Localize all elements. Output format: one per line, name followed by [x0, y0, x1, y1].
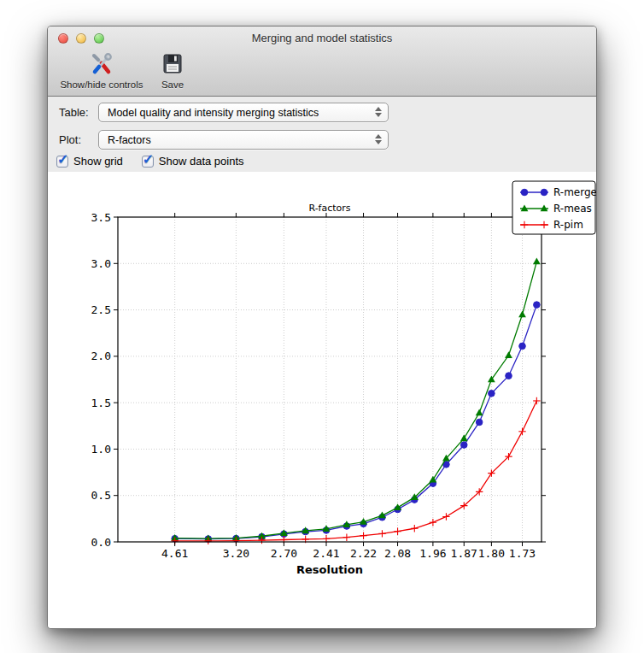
- checkbox-label: Show grid: [73, 155, 123, 168]
- tools-icon: [90, 50, 114, 78]
- plot-label: Plot:: [59, 133, 98, 146]
- table-dropdown[interactable]: Model quality and intensity merging stat…: [98, 103, 389, 122]
- svg-text:2.5: 2.5: [91, 303, 111, 316]
- controls-panel: Table: Model quality and intensity mergi…: [48, 97, 596, 172]
- show-grid-checkbox[interactable]: ✓ Show grid: [56, 155, 123, 168]
- series-r-merge: [172, 302, 540, 543]
- table-label: Table:: [59, 106, 98, 119]
- svg-text:1.0: 1.0: [91, 443, 111, 456]
- svg-text:3.5: 3.5: [91, 211, 111, 224]
- dropdown-stepper-icon: [375, 134, 382, 144]
- window-chrome: Merging and model statistics Show/hide c…: [48, 26, 596, 97]
- svg-text:2.08: 2.08: [384, 547, 411, 560]
- legend-label: R-merge: [553, 186, 597, 198]
- svg-text:1.73: 1.73: [509, 547, 536, 560]
- checkmark-icon: ✓: [57, 151, 68, 168]
- svg-text:2.22: 2.22: [350, 547, 377, 560]
- svg-text:1.80: 1.80: [478, 547, 505, 560]
- legend: R-mergeR-measR-pim: [512, 181, 597, 234]
- svg-text:1.96: 1.96: [419, 547, 446, 560]
- show-data-points-checkbox[interactable]: ✓ Show data points: [142, 155, 244, 168]
- dropdown-stepper-icon: [375, 107, 382, 117]
- svg-text:3.20: 3.20: [223, 547, 249, 560]
- app-window: Merging and model statistics Show/hide c…: [47, 26, 597, 629]
- save-icon: [161, 50, 184, 78]
- toolbar-button-label: Save: [161, 79, 184, 90]
- legend-label: R-meas: [553, 203, 592, 215]
- svg-text:2.41: 2.41: [313, 547, 339, 560]
- checkbox-label: Show data points: [159, 155, 244, 168]
- checkbox-box[interactable]: ✓: [142, 156, 154, 168]
- titlebar[interactable]: Merging and model statistics: [48, 26, 596, 49]
- r-factors-chart: 0.00.51.01.52.02.53.03.54.613.202.702.41…: [48, 172, 597, 629]
- table-dropdown-value: Model quality and intensity merging stat…: [108, 107, 319, 119]
- toolbar-button-label: Show/hide controls: [60, 79, 143, 90]
- plot-dropdown[interactable]: R-factors: [98, 130, 389, 150]
- svg-text:3.0: 3.0: [91, 257, 111, 270]
- checkbox-box[interactable]: ✓: [56, 156, 68, 168]
- save-button[interactable]: Save: [152, 50, 193, 90]
- plot-dropdown-value: R-factors: [108, 134, 151, 146]
- checkmark-icon: ✓: [143, 151, 154, 168]
- legend-label: R-pim: [553, 219, 583, 231]
- svg-text:4.61: 4.61: [161, 547, 188, 560]
- axes: [114, 213, 546, 546]
- svg-text:0.5: 0.5: [91, 489, 111, 502]
- svg-text:2.0: 2.0: [91, 350, 111, 362]
- show-hide-controls-button[interactable]: Show/hide controls: [55, 50, 149, 90]
- window-title: Merging and model statistics: [48, 32, 596, 44]
- series-r-meas: [171, 258, 540, 542]
- plot-canvas: 0.00.51.01.52.02.53.03.54.613.202.702.41…: [48, 172, 597, 629]
- toolbar: Show/hide controls Save: [48, 49, 596, 97]
- svg-text:Resolution: Resolution: [296, 563, 363, 576]
- svg-text:0.0: 0.0: [91, 536, 111, 549]
- svg-text:R-factors: R-factors: [308, 203, 350, 214]
- svg-text:1.5: 1.5: [91, 397, 111, 409]
- svg-text:2.70: 2.70: [271, 547, 297, 560]
- series-r-pim: [171, 397, 540, 544]
- svg-text:1.87: 1.87: [451, 547, 477, 560]
